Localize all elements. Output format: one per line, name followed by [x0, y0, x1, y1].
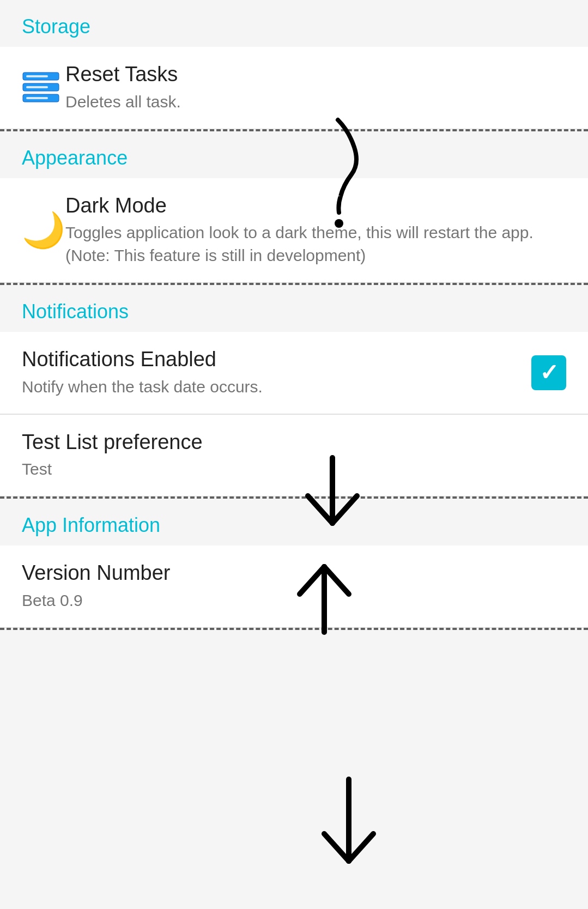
notifications-enabled-checkbox[interactable]: [531, 355, 566, 390]
down-arrow-version: [324, 779, 373, 861]
app-info-section-header: App Information: [0, 499, 588, 546]
appearance-section: Appearance: [0, 131, 588, 178]
divider-bottom: [0, 628, 588, 630]
svg-rect-8: [26, 97, 48, 99]
svg-line-18: [349, 834, 373, 861]
database-icon: [22, 71, 65, 104]
version-number-title: Version Number: [22, 561, 566, 586]
dark-mode-subtitle: Toggles application look to a dark theme…: [65, 221, 566, 267]
storage-section: Storage: [0, 0, 588, 47]
notifications-enabled-title: Notifications Enabled: [22, 347, 520, 372]
test-list-content: Test List preference Test: [22, 430, 566, 481]
test-list-title: Test List preference: [22, 430, 566, 455]
test-list-subtitle: Test: [22, 458, 566, 481]
svg-rect-7: [26, 86, 48, 88]
reset-tasks-item[interactable]: Reset Tasks Deletes all task.: [0, 47, 588, 129]
moon-icon: 🌙: [22, 213, 65, 247]
notifications-section: Notifications: [0, 285, 588, 332]
appearance-section-header: Appearance: [0, 131, 588, 178]
svg-rect-6: [26, 75, 48, 77]
notifications-enabled-item[interactable]: Notifications Enabled Notify when the ta…: [0, 332, 588, 415]
reset-tasks-subtitle: Deletes all task.: [65, 90, 566, 113]
reset-tasks-content: Reset Tasks Deletes all task.: [65, 62, 566, 113]
notifications-enabled-content: Notifications Enabled Notify when the ta…: [22, 347, 520, 398]
app-info-section: App Information: [0, 499, 588, 546]
version-number-item[interactable]: Version Number Beta 0.9: [0, 546, 588, 628]
dark-mode-title: Dark Mode: [65, 193, 566, 219]
divider-appearance-notifications: [0, 283, 588, 285]
notifications-enabled-subtitle: Notify when the task date occurs.: [22, 375, 520, 398]
version-number-subtitle: Beta 0.9: [22, 589, 566, 612]
settings-page: Storage Reset Tasks Deletes all task.: [0, 0, 588, 630]
notifications-section-header: Notifications: [0, 285, 588, 332]
svg-line-17: [324, 834, 349, 861]
test-list-preference-item[interactable]: Test List preference Test: [0, 415, 588, 497]
checkbox-checked-icon[interactable]: [531, 355, 566, 390]
divider-storage-appearance: [0, 129, 588, 131]
dark-mode-content: Dark Mode Toggles application look to a …: [65, 193, 566, 268]
storage-section-header: Storage: [0, 0, 588, 47]
version-number-content: Version Number Beta 0.9: [22, 561, 566, 612]
reset-tasks-title: Reset Tasks: [65, 62, 566, 87]
dark-mode-item[interactable]: 🌙 Dark Mode Toggles application look to …: [0, 178, 588, 283]
divider-notifications-appinfo: [0, 496, 588, 499]
